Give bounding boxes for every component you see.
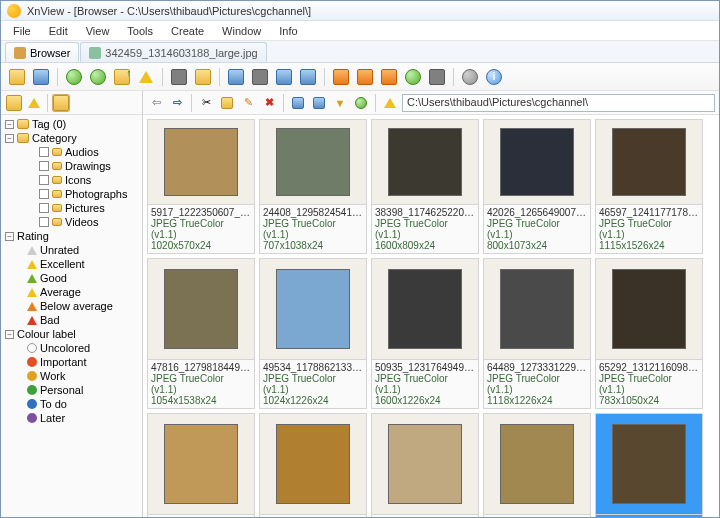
thumbnail-card[interactable]: 38398_1174625220_largeJPEG TrueColor (v1… — [371, 119, 479, 254]
tree-item[interactable]: Excellent — [3, 257, 140, 271]
favorite-nav-button[interactable] — [381, 94, 399, 112]
file-type: JPEG TrueColor (v1.1) — [487, 218, 587, 240]
filter-button[interactable]: ▼ — [331, 94, 349, 112]
save-button[interactable] — [31, 67, 51, 87]
view-mode-button[interactable] — [289, 94, 307, 112]
category-tree[interactable]: −Tag (0) −Category Audios Drawings Icons… — [1, 115, 142, 517]
tree-item[interactable]: Good — [3, 271, 140, 285]
refresh-nav-button[interactable] — [352, 94, 370, 112]
web-button[interactable] — [403, 67, 423, 87]
tree-item[interactable]: Important — [3, 355, 140, 369]
tree-item-tag[interactable]: −Tag (0) — [3, 117, 140, 131]
tree-item[interactable]: Icons — [3, 173, 140, 187]
menu-file[interactable]: File — [5, 23, 39, 39]
menu-create[interactable]: Create — [163, 23, 212, 39]
favorites-button[interactable] — [136, 67, 156, 87]
menu-window[interactable]: Window — [214, 23, 269, 39]
thumbnail-card[interactable]: 50935_1231764949_largeJPEG TrueColor (v1… — [371, 258, 479, 409]
tree-item-category[interactable]: −Category — [3, 131, 140, 145]
tree-item[interactable]: Later — [3, 411, 140, 425]
acquire-button[interactable] — [298, 67, 318, 87]
search-button[interactable] — [226, 67, 246, 87]
thumbnail-card[interactable]: 73608_1241111382_largeJPEG TrueColor (v1… — [147, 413, 255, 517]
tree-label: Below average — [40, 300, 113, 312]
open-button[interactable] — [7, 67, 27, 87]
thumbnail-card[interactable]: 192998_1279734291_la...JPEG TrueColor (v… — [595, 413, 703, 517]
scan-button[interactable] — [274, 67, 294, 87]
tree-item[interactable]: Personal — [3, 383, 140, 397]
about-button[interactable]: i — [484, 67, 504, 87]
thumbnail-card[interactable]: 49534_1178862133_largeJPEG TrueColor (v1… — [259, 258, 367, 409]
collapse-toggle[interactable]: − — [5, 134, 14, 143]
categories-tree-button[interactable] — [52, 94, 70, 112]
checkbox[interactable] — [39, 161, 49, 171]
thumbnail-card[interactable]: 47816_1279818449_largeJPEG TrueColor (v1… — [147, 258, 255, 409]
tree-item-colour[interactable]: −Colour label — [3, 327, 140, 341]
expand-toggle[interactable]: − — [5, 120, 14, 129]
thumbnail-card[interactable]: 160922_1205695844_la...JPEG TrueColor (v… — [483, 413, 591, 517]
refresh-button[interactable] — [64, 67, 84, 87]
tree-item[interactable]: Bad — [3, 313, 140, 327]
sort-button[interactable] — [310, 94, 328, 112]
edit-button[interactable]: ✎ — [239, 94, 257, 112]
path-input[interactable]: C:\Users\thibaud\Pictures\cgchannel\ — [402, 94, 715, 112]
thumbnail-image — [260, 120, 366, 204]
cut-button[interactable]: ✂ — [197, 94, 215, 112]
rename-button[interactable] — [379, 67, 399, 87]
checkbox[interactable] — [39, 217, 49, 227]
tree-item[interactable]: Unrated — [3, 243, 140, 257]
collapse-toggle[interactable]: − — [5, 232, 14, 241]
checkbox[interactable] — [39, 175, 49, 185]
tree-label: Colour label — [17, 328, 76, 340]
star-icon — [384, 98, 396, 108]
menu-info[interactable]: Info — [271, 23, 305, 39]
tree-item[interactable]: Work — [3, 369, 140, 383]
menu-edit[interactable]: Edit — [41, 23, 76, 39]
copy-button[interactable] — [218, 94, 236, 112]
tree-item[interactable]: Below average — [3, 299, 140, 313]
thumbnail-card[interactable]: 125841_1166714058_la...JPEG TrueColor (v… — [371, 413, 479, 517]
tree-item[interactable]: To do — [3, 397, 140, 411]
reload-button[interactable] — [88, 67, 108, 87]
file-name: 49534_1178862133_large — [263, 362, 363, 373]
thumbnail-card[interactable]: 24408_1295824541_largeJPEG TrueColor (v1… — [259, 119, 367, 254]
thumbnail-grid[interactable]: 5917_1222350607_largeJPEG TrueColor (v1.… — [143, 115, 719, 517]
tree-item[interactable]: Drawings — [3, 159, 140, 173]
tree-item-rating[interactable]: −Rating — [3, 229, 140, 243]
thumbnail-card[interactable]: 65292_1312116098_largeJPEG TrueColor (v1… — [595, 258, 703, 409]
menu-tools[interactable]: Tools — [119, 23, 161, 39]
collapse-toggle[interactable]: − — [5, 330, 14, 339]
thumbnail-card[interactable]: 64489_1273331229_largeJPEG TrueColor (v1… — [483, 258, 591, 409]
tab-browser[interactable]: Browser — [5, 42, 79, 62]
checkbox[interactable] — [39, 189, 49, 199]
thumbnail-card[interactable]: 42026_1265649007_largeJPEG TrueColor (v1… — [483, 119, 591, 254]
convert-button[interactable] — [331, 67, 351, 87]
menu-view[interactable]: View — [78, 23, 118, 39]
contact-sheet-button[interactable] — [427, 67, 447, 87]
tree-item[interactable]: Uncolored — [3, 341, 140, 355]
checkbox[interactable] — [39, 203, 49, 213]
folder-tree-button[interactable] — [5, 94, 23, 112]
navigation-toolbar: ⇦ ⇨ ✂ ✎ ✖ ▼ C:\Users\thibaud\Pictures\cg… — [143, 91, 719, 115]
folder-up-button[interactable] — [112, 67, 132, 87]
thumbnail-card[interactable]: 5917_1222350607_largeJPEG TrueColor (v1.… — [147, 119, 255, 254]
tree-item[interactable]: Videos — [3, 215, 140, 229]
thumbnail-card[interactable]: 106968_1163965763_la...JPEG TrueColor (v… — [259, 413, 367, 517]
thumbnail-card[interactable]: 46597_1241177178_largeJPEG TrueColor (v1… — [595, 119, 703, 254]
checkbox[interactable] — [39, 147, 49, 157]
settings-button[interactable] — [460, 67, 480, 87]
browse-button[interactable] — [193, 67, 213, 87]
tab-image[interactable]: 342459_1314603188_large.jpg — [80, 42, 266, 62]
back-button[interactable]: ⇦ — [147, 94, 165, 112]
tree-item[interactable]: Pictures — [3, 201, 140, 215]
tree-item[interactable]: Photographs — [3, 187, 140, 201]
batch-button[interactable] — [355, 67, 375, 87]
view-icon — [292, 97, 304, 109]
home-button[interactable] — [169, 67, 189, 87]
favorites-tree-button[interactable] — [25, 94, 43, 112]
forward-button[interactable]: ⇨ — [168, 94, 186, 112]
print-button[interactable] — [250, 67, 270, 87]
tree-item[interactable]: Audios — [3, 145, 140, 159]
tree-item[interactable]: Average — [3, 285, 140, 299]
delete-button[interactable]: ✖ — [260, 94, 278, 112]
